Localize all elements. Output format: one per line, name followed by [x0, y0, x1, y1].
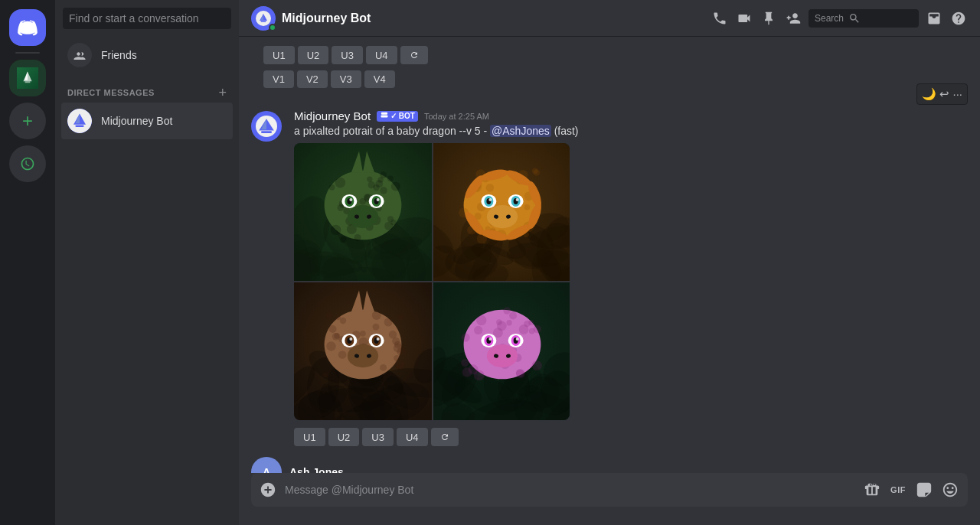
top-v4-button[interactable]: V4 — [364, 70, 395, 88]
header-actions: Search — [710, 9, 968, 28]
u2-button[interactable]: U2 — [328, 428, 360, 446]
main-area: Midjourney Bot Search — [239, 0, 980, 525]
image-grid[interactable] — [294, 143, 570, 420]
svg-rect-5 — [261, 21, 266, 22]
top-v2-button[interactable]: V2 — [297, 70, 328, 88]
reply-button[interactable]: ↩ — [939, 87, 949, 101]
channel-header: Midjourney Bot Search — [239, 0, 980, 37]
channel-name: Midjourney Bot — [282, 11, 371, 25]
search-placeholder: Search — [815, 13, 844, 24]
message-header: Midjourney Bot ✓ BOT Today at 2:25 AM — [294, 109, 968, 122]
refresh-button[interactable] — [431, 428, 459, 446]
bottom-action-buttons: U1 U2 U3 U4 — [294, 426, 968, 448]
add-member-button[interactable] — [784, 9, 802, 28]
add-server-button[interactable]: + — [9, 103, 46, 139]
online-indicator — [269, 24, 276, 31]
image-cell-2[interactable] — [433, 143, 570, 281]
dm-section-title: DIRECT MESSAGES — [67, 88, 155, 97]
top-u4-button[interactable]: U4 — [366, 46, 397, 64]
add-dm-button[interactable]: + — [218, 86, 227, 99]
server-sidebar: + — [0, 0, 55, 525]
explore-button[interactable] — [9, 145, 46, 182]
top-v3-button[interactable]: V3 — [331, 70, 361, 88]
inbox-button[interactable] — [925, 9, 943, 28]
moon-reaction-button[interactable]: 🌙 — [922, 87, 936, 101]
midjourney-bot-avatar — [67, 109, 92, 133]
input-right-actions: GIF — [861, 478, 968, 501]
top-v1-button[interactable]: V1 — [263, 70, 294, 88]
top-variation-row: V1 V2 V3 V4 — [251, 67, 968, 91]
svg-rect-3 — [75, 126, 83, 127]
top-refresh-button[interactable] — [400, 46, 428, 64]
midjourney-bot-name: Midjourney Bot — [101, 115, 172, 127]
bot-badge: ✓ BOT — [377, 111, 418, 122]
server-icon-guild[interactable] — [9, 60, 46, 96]
u3-button[interactable]: U3 — [362, 428, 394, 446]
svg-rect-1 — [25, 81, 31, 83]
ash-jones-partial: A Ash Jones — [239, 451, 980, 473]
message-input-box: GIF — [251, 473, 968, 507]
more-actions-button[interactable]: ··· — [952, 87, 962, 101]
dm-user-item-midjourney[interactable]: Midjourney Bot — [61, 103, 233, 139]
message-text-input[interactable] — [285, 475, 861, 504]
message-text-before: a pixalted potrait of a baby dragon --v … — [294, 125, 490, 137]
top-u1-button[interactable]: U1 — [263, 46, 295, 64]
message-hover-actions: 🌙 ↩ ··· — [916, 83, 968, 105]
image-cell-4[interactable] — [433, 282, 570, 420]
video-button[interactable] — [735, 9, 753, 28]
friends-icon — [67, 43, 92, 67]
top-partial-message: U1 U2 U3 U4 V1 V2 V3 V4 — [239, 37, 980, 91]
friends-nav-item[interactable]: Friends — [61, 37, 233, 73]
ash-jones-name: Ash Jones — [289, 466, 344, 473]
message-row: Midjourney Bot ✓ BOT Today at 2:25 AM a … — [239, 97, 980, 451]
message-text-after: (fast) — [551, 125, 579, 137]
gift-button[interactable] — [861, 478, 884, 501]
dm-section-header: DIRECT MESSAGES + — [55, 73, 239, 103]
bot-avatar — [251, 111, 282, 142]
top-u2-button[interactable]: U2 — [298, 46, 329, 64]
search-bar[interactable]: Search — [808, 9, 919, 28]
message-timestamp: Today at 2:25 AM — [424, 112, 489, 121]
image-cell-3[interactable] — [294, 282, 432, 420]
input-area: GIF — [239, 473, 980, 525]
pin-button[interactable] — [760, 9, 778, 28]
message-content: Midjourney Bot ✓ BOT Today at 2:25 AM a … — [294, 109, 968, 448]
friends-label: Friends — [101, 49, 137, 61]
emoji-button[interactable] — [939, 478, 962, 501]
u4-button[interactable]: U4 — [397, 428, 428, 446]
top-u3-button[interactable]: U3 — [332, 46, 363, 64]
call-button[interactable] — [710, 9, 729, 28]
dm-sidebar: Friends DIRECT MESSAGES + Midjourney Bot — [55, 0, 239, 525]
message-mention[interactable]: @AshJones — [490, 125, 551, 137]
gif-button[interactable]: GIF — [887, 478, 910, 501]
channel-avatar — [251, 6, 276, 31]
search-input[interactable] — [63, 8, 231, 29]
message-author: Midjourney Bot — [294, 109, 371, 122]
dm-search-bar[interactable] — [55, 0, 239, 37]
discord-home-icon[interactable] — [9, 9, 46, 46]
image-cell-1[interactable] — [294, 143, 432, 281]
message-text: a pixalted potrait of a baby dragon --v … — [294, 124, 968, 139]
sticker-button[interactable] — [913, 478, 936, 501]
u1-button[interactable]: U1 — [294, 428, 325, 446]
ash-jones-avatar: A — [251, 457, 282, 473]
server-divider — [15, 52, 40, 54]
bot-badge-text: ✓ BOT — [390, 112, 415, 120]
top-upscale-row: U1 U2 U3 U4 — [251, 43, 968, 67]
attach-button[interactable] — [251, 473, 285, 507]
svg-rect-7 — [261, 131, 272, 133]
messages-area[interactable]: U1 U2 U3 U4 V1 V2 V3 V4 — [239, 37, 980, 473]
help-button[interactable] — [949, 9, 968, 28]
